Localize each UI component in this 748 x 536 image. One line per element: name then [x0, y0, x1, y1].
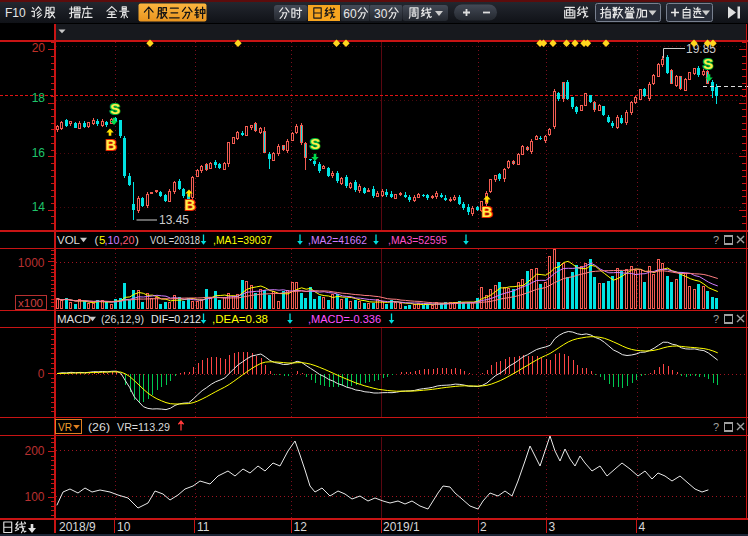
- svg-text:12: 12: [294, 520, 308, 534]
- svg-text:(26): (26): [88, 421, 110, 433]
- svg-text:3: 3: [549, 520, 556, 534]
- svg-text:S: S: [310, 135, 320, 152]
- svg-text:VOL: VOL: [57, 234, 81, 246]
- svg-text:10: 10: [117, 520, 131, 534]
- svg-text:13.45: 13.45: [159, 213, 189, 227]
- svg-text:16: 16: [32, 146, 46, 160]
- svg-text:(: (: [95, 234, 99, 246]
- svg-text:?: ?: [713, 234, 719, 246]
- svg-text:VOL=20318: VOL=20318: [150, 234, 200, 246]
- svg-text:1000: 1000: [18, 256, 45, 270]
- svg-text:20: 20: [32, 41, 46, 55]
- svg-text:(26,12,9): (26,12,9): [101, 313, 144, 325]
- svg-text:,20: ,20: [120, 234, 135, 246]
- svg-text:,MACD=-0.336: ,MACD=-0.336: [308, 313, 381, 325]
- svg-text:4: 4: [639, 520, 646, 534]
- svg-text:2019/1: 2019/1: [383, 520, 420, 534]
- svg-text:VR=113.29: VR=113.29: [117, 421, 170, 433]
- svg-text:S: S: [703, 55, 713, 72]
- svg-text:2: 2: [480, 520, 487, 534]
- svg-text:?: ?: [713, 421, 719, 433]
- svg-text:,10: ,10: [105, 234, 120, 246]
- svg-text:18: 18: [32, 91, 46, 105]
- svg-text:30: 30: [374, 7, 388, 21]
- svg-text:x100: x100: [18, 297, 43, 309]
- svg-text:?: ?: [713, 313, 719, 325]
- svg-text:DIF=0.212: DIF=0.212: [151, 313, 201, 325]
- svg-text:,MA3=52595: ,MA3=52595: [388, 234, 447, 246]
- svg-text:11: 11: [197, 520, 210, 534]
- svg-text:14: 14: [32, 200, 46, 214]
- svg-text:B: B: [106, 136, 117, 153]
- svg-text:): ): [135, 234, 139, 246]
- svg-text:60: 60: [343, 7, 357, 21]
- svg-text:S: S: [110, 100, 120, 117]
- svg-text:,DEA=0.38: ,DEA=0.38: [212, 313, 268, 325]
- svg-text:MACD: MACD: [57, 313, 91, 325]
- svg-text:2018/9: 2018/9: [59, 520, 96, 534]
- svg-text:B: B: [482, 203, 493, 220]
- svg-text:100: 100: [24, 490, 44, 504]
- svg-text:0: 0: [38, 367, 45, 381]
- svg-text:B: B: [185, 196, 196, 213]
- svg-text:VR: VR: [58, 421, 72, 433]
- svg-text:F10: F10: [5, 6, 26, 20]
- svg-text:200: 200: [24, 444, 44, 458]
- svg-text:,MA1=39037: ,MA1=39037: [213, 234, 272, 246]
- svg-text:,MA2=41662: ,MA2=41662: [308, 234, 367, 246]
